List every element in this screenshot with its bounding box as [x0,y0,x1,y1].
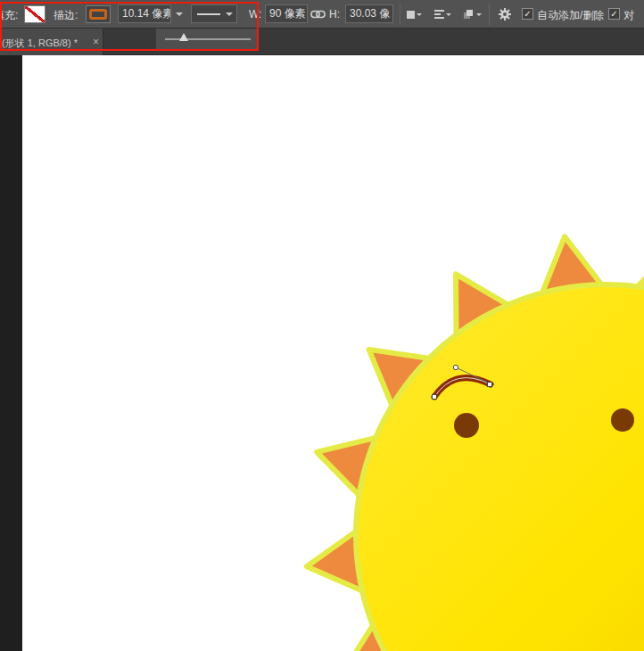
square-shape-icon [407,11,415,19]
close-icon[interactable]: × [93,36,99,48]
separator [400,4,400,25]
anchor-point-left[interactable] [433,395,437,400]
tool-settings-button[interactable] [497,5,513,23]
separator [489,4,490,25]
align-edges-checkbox[interactable]: ✓ [608,8,620,20]
align-bars-icon [434,8,444,21]
stacked-layers-icon [462,8,475,21]
chevron-down-icon [417,13,422,16]
stroke-width-field[interactable]: 10.14 像素 [118,4,171,23]
anchor-point-right[interactable] [488,383,492,387]
sun-drawing [22,55,644,651]
auto-add-delete-checkbox[interactable]: ✓ [522,8,533,20]
stroke-width-slider-panel [155,29,260,50]
gear-icon [497,6,513,22]
document-tab-bar: (形状 1, RGB/8) * × [0,29,644,55]
canvas-area[interactable] [22,55,644,651]
stroke-width-slider-track[interactable] [165,38,251,40]
link-dimensions-button[interactable] [310,5,326,23]
stroke-width-dropdown-button[interactable] [172,4,186,23]
left-eye [454,413,479,438]
left-toolbar-strip [0,55,22,651]
width-label: W: [249,8,261,21]
stroke-color-swatch[interactable] [86,5,111,23]
path-alignment-button[interactable] [434,5,451,23]
fill-label: 填充: [0,8,18,23]
chevron-down-icon [176,12,183,16]
chevron-down-icon [476,13,482,16]
height-label: H: [329,8,340,21]
shape-height-field[interactable]: 30.03 像 [345,4,393,23]
right-eye [611,408,634,432]
stroke-width-slider-thumb[interactable] [179,33,188,41]
stroke-color-sample [89,9,107,20]
direction-handle-point[interactable] [453,365,458,369]
photoshop-window: 填充: 描边: 10.14 像素 W: 90 像素 H: 30.03 像 [0,0,644,651]
stroke-label: 描边: [54,8,78,23]
chevron-down-icon [226,12,233,16]
align-edges-label: 对 [623,8,634,23]
path-arrangement-button[interactable] [462,5,482,23]
auto-add-delete-label: 自动添加/删除 [537,8,604,23]
document-tab-title: (形状 1, RGB/8) * [2,37,78,50]
chevron-down-icon [446,13,451,16]
shape-width-field[interactable]: 90 像素 [265,4,308,23]
chain-link-icon [310,8,326,21]
solid-line-icon [197,13,220,15]
fill-color-swatch[interactable] [24,5,45,23]
path-operations-button[interactable] [407,5,422,23]
tool-options-bar: 填充: 描边: 10.14 像素 W: 90 像素 H: 30.03 像 [0,0,644,29]
document-tab[interactable]: (形状 1, RGB/8) * × [0,29,103,55]
sun-face [356,284,644,651]
stroke-style-select[interactable] [191,4,237,23]
